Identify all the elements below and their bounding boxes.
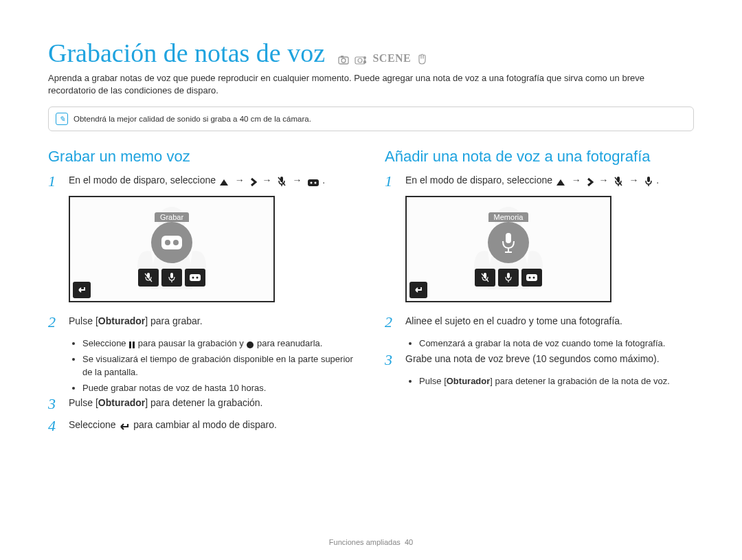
title-mode-icons: SCENE [338,52,429,65]
right-heading: Añadir una nota de voz a una fotografía [385,148,694,166]
mic-mute-button[interactable] [138,269,159,287]
step-number: 3 [385,352,398,368]
mic-icon [644,175,653,188]
step3-body-right: Grabe una nota de voz breve (10 segundos… [405,352,694,366]
step1-body-right: En el modo de disparo, seleccione → → → … [405,174,694,188]
svg-rect-37 [507,273,510,278]
mic-mute-icon [614,175,623,188]
svg-rect-23 [129,341,131,348]
right-column: Añadir una nota de voz a una fotografía … [385,148,694,440]
chevron-right-icon [250,175,257,188]
svg-point-4 [358,58,362,63]
step2-bullets-right: Comenzará a grabar la nota de voz cuando… [405,337,694,350]
step1-body: En el modo de disparo, seleccione → → → … [69,174,357,188]
bullet-item: Puede grabar notas de voz de hasta 10 ho… [82,381,357,395]
svg-rect-39 [526,274,537,281]
cassette-button[interactable] [521,269,542,287]
svg-rect-18 [170,273,173,278]
step-number: 2 [385,315,398,330]
svg-point-11 [315,181,317,183]
step-number: 1 [385,174,398,189]
step3-body: Pulse [Obturador] para detener la grabac… [69,396,357,410]
step3-bullets-right: Pulse [Obturador] para detener la grabac… [405,374,694,388]
page-footer: Funciones ampliadas 40 [0,538,742,546]
hand-icon [417,52,427,64]
screen-label: Grabar [155,212,189,222]
svg-point-14 [165,240,170,245]
svg-point-10 [311,181,313,183]
svg-rect-24 [133,341,135,348]
svg-point-5 [363,56,366,59]
camera-icon [338,52,349,64]
up-triangle-icon [218,175,229,188]
bullet-item: Se visualizará el tiempo de grabación di… [82,352,357,379]
screen-preview-right: Memoria [405,196,611,302]
cassette-button[interactable] [185,269,205,287]
mic-mute-button[interactable] [475,269,495,287]
up-triangle-icon [555,175,566,188]
step2-bullets: Seleccione para pausar la grabación y pa… [69,337,357,394]
left-column: Grabar un memo voz 1 En el modo de dispa… [48,148,357,440]
svg-point-15 [173,240,179,245]
back-button[interactable] [409,282,427,298]
mic-circle-icon [488,222,529,263]
step-number: 2 [48,315,62,330]
step-number: 3 [48,396,62,412]
back-arrow-icon [118,419,131,433]
svg-rect-13 [161,236,182,249]
bullet-item: Seleccione para pausar la grabación y pa… [82,337,357,350]
svg-rect-32 [506,233,511,243]
svg-point-22 [196,276,199,278]
bullet-item: Comenzará a grabar la nota de voz cuando… [419,337,694,350]
svg-point-25 [247,341,254,348]
bullet-item: Pulse [Obturador] para detener la grabac… [419,374,694,388]
step-number: 4 [48,418,62,434]
svg-point-40 [529,276,531,278]
intro-text: Aprenda a grabar notas de voz que puede … [48,72,694,97]
record-circle-icon [151,222,192,263]
step2-body-right: Alinee el sujeto en el cuadro y tome una… [405,315,694,328]
svg-point-21 [192,276,194,278]
step2-body: Pulse [Obturador] para grabar. [69,315,357,328]
tip-box: ✎ Obtendrá la mejor calidad de sonido si… [48,107,694,131]
tip-icon: ✎ [56,113,68,125]
chevron-right-icon [587,175,594,188]
svg-rect-9 [308,179,319,186]
svg-point-41 [533,276,535,278]
screen-label: Memoria [488,212,529,222]
svg-rect-29 [647,177,650,182]
back-button[interactable] [73,282,91,298]
page-title: Grabación de notas de voz [48,38,325,68]
svg-rect-20 [190,274,201,281]
cassette-icon [307,175,319,188]
svg-point-1 [341,58,346,63]
mic-button[interactable] [161,269,182,287]
step-number: 1 [48,174,62,189]
scene-label: SCENE [372,52,411,64]
left-heading: Grabar un memo voz [48,148,357,166]
svg-rect-2 [341,56,344,58]
camera-person-icon [355,52,367,64]
screen-preview-left: Grabar [69,196,275,302]
mic-mute-icon [277,175,286,188]
tip-text: Obtendrá la mejor calidad de sonido si g… [74,115,311,123]
mic-button[interactable] [498,269,519,287]
step4-body: Seleccione para cambiar al modo de dispa… [69,418,357,432]
